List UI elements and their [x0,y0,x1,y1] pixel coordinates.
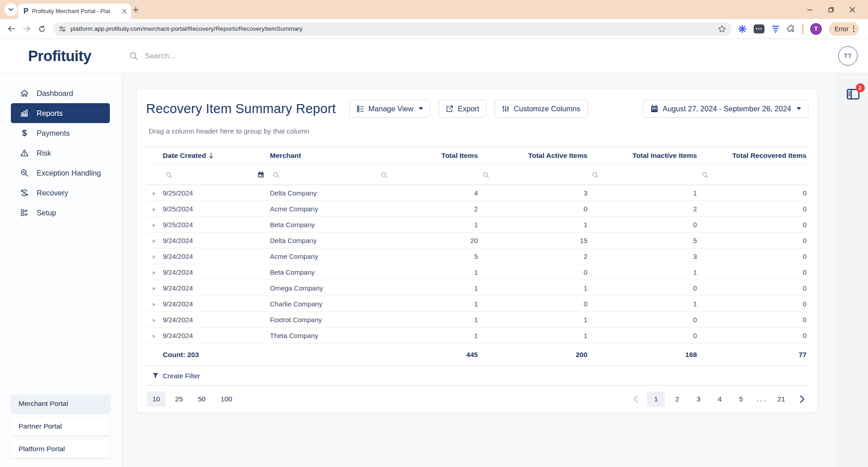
page-size-25[interactable]: 25 [170,391,188,407]
browser-tab-strip: P Profituity Merchant Portal - Plat [0,0,868,19]
cell-total-active-items: 1 [584,316,589,324]
column-header-date-created[interactable]: Date Created [163,152,270,160]
row-expand-icon[interactable] [153,255,156,259]
cell-merchant: Beta Company [270,221,378,229]
cell-total-recovered-items: 0 [803,300,808,308]
date-range-button[interactable]: August 27, 2024 - September 26, 2024 [643,100,808,118]
filter-cell-total-active-items[interactable] [480,172,589,178]
cell-total-inactive-items: 1 [693,268,698,276]
new-tab-button[interactable] [130,4,142,15]
reload-button[interactable] [34,21,50,37]
bookmark-star-icon[interactable] [718,25,726,33]
row-expand-icon[interactable] [153,192,156,195]
cell-merchant: Acme Company [270,205,378,213]
page-number-3[interactable]: 3 [689,392,708,407]
site-settings-icon [59,26,66,32]
filter-cell-total-recovered-items[interactable] [699,172,808,178]
page-size-50[interactable]: 50 [193,391,211,407]
window-minimize-button[interactable] [807,7,813,13]
page-number-5[interactable]: 5 [732,392,750,407]
filter-cell-date-created[interactable] [163,171,270,178]
export-label: Export [458,105,479,113]
column-header-total-recovered-items[interactable]: Total Recovered Items [699,152,808,160]
manage-view-icon [357,105,364,113]
user-avatar[interactable]: TT [838,46,858,66]
cell-total-inactive-items: 0 [693,284,698,292]
report-header: Recovery Item Summary Report Manage View… [146,100,808,118]
sidebar-item-reports[interactable]: Reports [11,103,110,123]
cell-total-active-items: 3 [584,189,589,197]
row-expand-icon[interactable] [153,239,156,243]
cell-total-recovered-items: 0 [803,268,808,276]
sidebar-item-exception-handling[interactable]: Exception Handling [11,163,110,183]
table-row: 9/24/2024 Omega Company 1 1 0 0 [146,280,808,296]
row-expand-icon[interactable] [153,319,156,322]
search-input[interactable] [144,51,335,61]
row-expand-icon[interactable] [153,303,156,306]
merchant-portal-button[interactable]: Merchant Portal [11,395,110,413]
row-expand-icon[interactable] [153,271,156,275]
page-number-1[interactable]: 1 [647,392,665,407]
sidebar-item-payments[interactable]: $ Payments [11,123,110,143]
grid-header-row: Date Created Merchant Total Items Total … [146,147,808,165]
browser-menu-error-pill[interactable]: Error [829,22,859,36]
page-ellipsis: ... [753,392,769,407]
column-header-total-items[interactable]: Total Items [378,152,480,160]
page-number-4[interactable]: 4 [711,392,729,407]
forward-button[interactable] [19,21,34,37]
cell-total-items: 1 [474,268,480,276]
sidebar-item-dashboard[interactable]: Dashboard [11,83,110,103]
page-size-10[interactable]: 10 [147,391,165,407]
previous-page-button[interactable] [631,393,641,405]
cell-total-inactive-items: 3 [693,253,698,260]
extension-spark-icon[interactable] [738,24,747,33]
side-panel-toggle-button[interactable]: 2 [846,88,860,100]
sidebar-item-risk[interactable]: Risk [11,143,110,163]
cell-merchant: Acme Company [270,253,378,260]
extensions-puzzle-icon[interactable] [787,24,796,33]
cell-merchant: Delta Company [270,237,378,244]
platform-portal-button[interactable]: Platform Portal [11,440,110,458]
column-header-total-active-items[interactable]: Total Active Items [480,152,589,160]
page-number-21[interactable]: 21 [772,392,790,407]
partner-portal-button[interactable]: Partner Portal [11,417,110,435]
calendar-filter-icon[interactable] [257,171,264,178]
window-restore-button[interactable] [828,7,834,13]
sidebar-item-recovery[interactable]: Recovery [11,183,110,203]
profituity-logo[interactable]: Profituity [28,48,91,65]
export-button[interactable]: Export [439,100,486,118]
tab-close-button[interactable] [121,8,127,14]
row-expand-icon[interactable] [153,208,156,211]
column-label: Total Items [441,152,478,160]
row-expand-icon[interactable] [153,287,156,291]
sidebar-item-setup[interactable]: Setup [11,203,110,223]
window-close-button[interactable] [849,7,855,13]
row-expand-icon[interactable] [153,224,156,227]
row-expand-icon[interactable] [153,334,156,338]
extension-funnel-bars-icon[interactable] [771,25,780,33]
create-filter-button[interactable]: Create Filter [146,366,808,386]
grid-filter-row [146,165,808,185]
filter-cell-total-items[interactable] [378,172,480,178]
tab-search-chevron-button[interactable] [5,3,17,16]
cell-total-items: 1 [474,221,480,229]
column-header-total-inactive-items[interactable]: Total Inactive Items [589,152,698,160]
column-label: Merchant [270,152,301,160]
back-button[interactable] [4,21,19,37]
customize-columns-button[interactable]: Customize Columns [495,100,588,118]
cell-total-recovered-items: 0 [803,316,808,324]
manage-view-button[interactable]: Manage View [349,100,431,118]
url-bar[interactable]: platform.app.profituity.com/merchant-por… [53,22,731,36]
page-number-2[interactable]: 2 [668,392,686,407]
extension-dots-icon[interactable] [754,24,764,33]
column-header-merchant[interactable]: Merchant [270,152,378,160]
global-search [129,51,838,61]
chevron-right-icon [800,395,805,403]
cell-total-inactive-items: 0 [693,332,698,339]
next-page-button[interactable] [797,393,807,405]
page-size-100[interactable]: 100 [215,391,238,407]
browser-profile-avatar[interactable]: T [810,23,822,35]
filter-cell-merchant[interactable] [270,172,378,178]
filter-cell-total-inactive-items[interactable] [589,172,698,178]
browser-tab[interactable]: P Profituity Merchant Portal - Plat [18,4,131,19]
